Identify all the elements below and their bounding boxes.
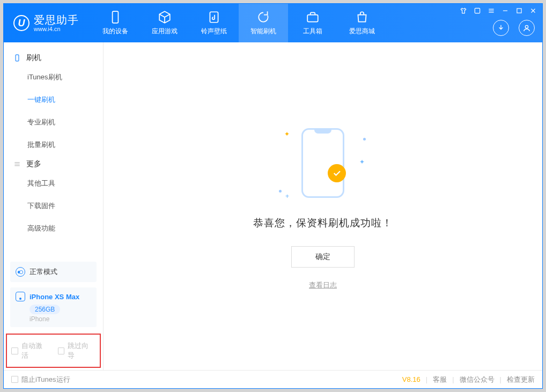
svg-rect-2	[307, 15, 318, 22]
checkbox-icon	[58, 347, 65, 354]
sparkle-icon: ✦	[359, 158, 365, 166]
mode-card[interactable]: 正常模式	[10, 262, 97, 282]
skin-icon[interactable]	[460, 7, 467, 14]
tab-label: 工具箱	[303, 27, 322, 36]
dot-icon	[363, 138, 366, 140]
success-message: 恭喜您，保资料刷机成功啦！	[253, 216, 393, 230]
checkbox-label: 自动激活	[21, 341, 49, 360]
sidebar-item-onekey-flash[interactable]: 一键刷机	[4, 88, 103, 111]
bag-icon	[355, 10, 369, 24]
footer-link-wechat[interactable]: 微信公众号	[460, 375, 495, 384]
sidebar-item-itunes-flash[interactable]: iTunes刷机	[4, 66, 103, 88]
version-label: V8.16	[402, 375, 420, 383]
phone-outline-icon	[301, 128, 344, 198]
dot-icon	[279, 190, 282, 193]
checkbox-icon	[11, 347, 18, 354]
device-icon	[13, 54, 21, 62]
tab-apps[interactable]: 应用游戏	[140, 4, 189, 42]
app-url: www.i4.cn	[34, 26, 79, 32]
titlebar-controls	[460, 7, 537, 14]
sidebar-group-flash[interactable]: 刷机	[4, 50, 103, 66]
sidebar: 刷机 iTunes刷机 一键刷机 专业刷机 批量刷机 更多 其他工具 下载固件 …	[4, 42, 104, 370]
success-graphic: ✦ ✦ +	[291, 128, 355, 203]
device-card[interactable]: iPhone XS Max 256GB iPhone	[10, 287, 97, 327]
sparkle-icon: +	[285, 193, 289, 200]
footer-link-support[interactable]: 客服	[433, 375, 447, 384]
close-icon[interactable]	[529, 7, 537, 14]
sidebar-item-batch-flash[interactable]: 批量刷机	[4, 134, 103, 156]
tab-ringtones[interactable]: 铃声壁纸	[189, 4, 239, 42]
checkbox-block-itunes[interactable]: 阻止iTunes运行	[11, 375, 70, 384]
app-window: U 爱思助手 www.i4.cn 我的设备 应用游戏 铃声壁纸 智能刷机	[3, 3, 543, 389]
options-panel: 自动激活 跳过向导	[6, 334, 101, 368]
view-log-link[interactable]: 查看日志	[253, 280, 393, 290]
ok-button[interactable]: 确定	[291, 246, 355, 268]
tab-label: 智能刷机	[250, 27, 276, 36]
device-phone-icon	[16, 292, 25, 301]
sidebar-group-label: 更多	[26, 159, 41, 169]
maximize-icon[interactable]	[515, 7, 523, 14]
music-file-icon	[207, 10, 221, 24]
footer-right: V8.16 | 客服 | 微信公众号 | 检查更新	[402, 375, 535, 384]
checkbox-label: 跳过向导	[68, 341, 95, 360]
device-name: iPhone XS Max	[29, 293, 79, 301]
logo-icon: U	[13, 15, 29, 31]
mode-label: 正常模式	[29, 267, 57, 277]
tab-store[interactable]: 爱思商城	[337, 4, 387, 42]
separator: |	[452, 375, 454, 383]
tab-my-device[interactable]: 我的设备	[91, 4, 140, 42]
main-content: ✦ ✦ + 恭喜您，保资料刷机成功啦！ 确定 查看日志	[104, 42, 542, 370]
feedback-icon[interactable]	[474, 7, 481, 14]
sidebar-item-download-fw[interactable]: 下载固件	[4, 195, 103, 217]
tab-label: 我的设备	[102, 27, 128, 36]
svg-rect-3	[475, 8, 479, 13]
header-bar: U 爱思助手 www.i4.cn 我的设备 应用游戏 铃声壁纸 智能刷机	[4, 4, 542, 42]
tab-flash[interactable]: 智能刷机	[239, 4, 288, 42]
account-button[interactable]	[519, 20, 535, 36]
menu-icon[interactable]	[488, 7, 495, 14]
check-badge-icon	[328, 164, 346, 182]
svg-point-5	[525, 25, 528, 28]
device-type: iPhone	[29, 315, 91, 323]
separator: |	[500, 375, 501, 383]
svg-rect-4	[517, 9, 521, 13]
app-name: 爱思助手	[34, 14, 79, 26]
body: 刷机 iTunes刷机 一键刷机 专业刷机 批量刷机 更多 其他工具 下载固件 …	[4, 42, 542, 370]
refresh-icon	[256, 10, 270, 24]
header-tabs: 我的设备 应用游戏 铃声壁纸 智能刷机 工具箱 爱思商城	[91, 4, 387, 42]
tab-label: 应用游戏	[152, 27, 178, 36]
phone-icon	[108, 10, 122, 24]
sidebar-group-label: 刷机	[26, 53, 41, 63]
tab-label: 爱思商城	[349, 27, 375, 36]
checkbox-icon	[11, 376, 18, 383]
tab-label: 铃声壁纸	[201, 27, 227, 36]
sidebar-group-more[interactable]: 更多	[4, 156, 103, 172]
list-icon	[13, 160, 21, 168]
mode-icon	[16, 267, 25, 277]
sparkle-icon: ✦	[284, 130, 290, 138]
logo: U 爱思助手 www.i4.cn	[13, 14, 79, 32]
toolbox-icon	[306, 10, 320, 24]
header-right	[493, 20, 535, 36]
minimize-icon[interactable]	[501, 7, 509, 14]
checkbox-label: 阻止iTunes运行	[21, 375, 70, 384]
footer-link-update[interactable]: 检查更新	[507, 375, 535, 384]
sidebar-item-other-tools[interactable]: 其他工具	[4, 172, 103, 195]
download-button[interactable]	[493, 20, 509, 36]
logo-text: 爱思助手 www.i4.cn	[34, 14, 79, 32]
sidebar-item-advanced[interactable]: 高级功能	[4, 217, 103, 240]
sidebar-item-pro-flash[interactable]: 专业刷机	[4, 111, 103, 134]
checkbox-auto-activate[interactable]: 自动激活	[11, 341, 49, 360]
svg-rect-6	[16, 55, 19, 61]
cube-icon	[158, 10, 172, 24]
footer: 阻止iTunes运行 V8.16 | 客服 | 微信公众号 | 检查更新	[4, 370, 542, 388]
svg-rect-0	[113, 11, 119, 23]
device-capacity: 256GB	[29, 305, 60, 314]
footer-left: 阻止iTunes运行	[11, 375, 70, 384]
tab-toolbox[interactable]: 工具箱	[288, 4, 337, 42]
separator: |	[426, 375, 427, 383]
checkbox-skip-wizard[interactable]: 跳过向导	[58, 341, 96, 360]
svg-rect-1	[210, 12, 218, 23]
